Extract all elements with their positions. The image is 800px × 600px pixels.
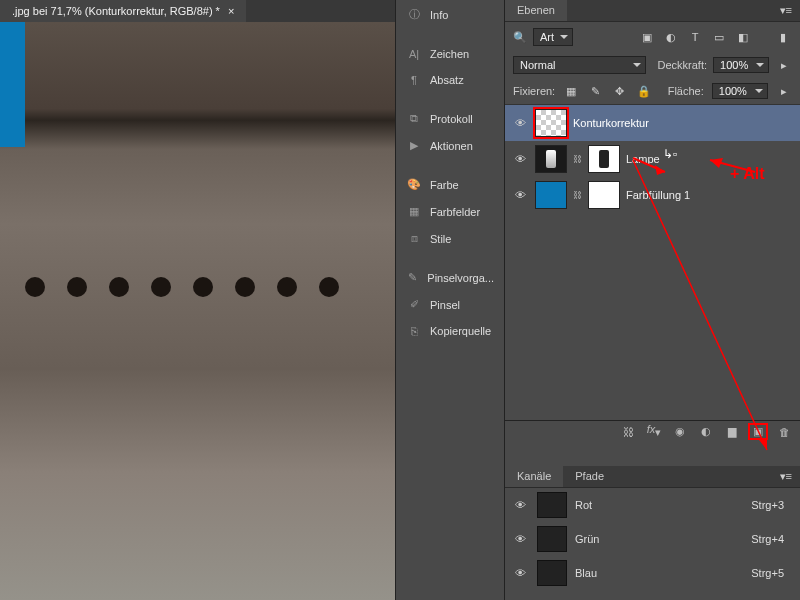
mask-thumb[interactable]: [588, 181, 620, 209]
channel-shortcut: Strg+3: [751, 499, 794, 511]
group-icon[interactable]: ▆: [724, 425, 740, 438]
filter-type-icon[interactable]: T: [686, 28, 704, 46]
adjustment-icon[interactable]: ◐: [698, 425, 714, 438]
close-icon[interactable]: ×: [228, 5, 234, 17]
fill-input[interactable]: 100%: [712, 83, 768, 99]
mask-thumb[interactable]: [588, 145, 620, 173]
tab-channels[interactable]: Kanäle: [505, 466, 563, 487]
link-layers-icon[interactable]: ⛓: [620, 426, 636, 438]
channels-panel: Kanäle Pfade ▾≡ 👁RotStrg+3👁GrünStrg+4👁Bl…: [505, 466, 800, 590]
channel-name: Grün: [575, 533, 599, 545]
channel-thumb[interactable]: [537, 492, 567, 518]
layer-thumb[interactable]: [535, 145, 567, 173]
layers-panel-tabs: Ebenen ▾≡: [505, 0, 800, 22]
blend-opacity-row: Normal Deckkraft: 100% ▸: [505, 52, 800, 78]
channel-thumb[interactable]: [537, 526, 567, 552]
panel-icon: ¶: [406, 74, 422, 86]
visibility-icon[interactable]: 👁: [511, 499, 529, 511]
channels-panel-tabs: Kanäle Pfade ▾≡: [505, 466, 800, 488]
panel-shortcut-pinsel[interactable]: ✐Pinsel: [396, 291, 504, 318]
fill-slider-icon[interactable]: ▸: [776, 82, 792, 100]
layer-name[interactable]: Lampe: [626, 153, 660, 165]
opacity-slider-icon[interactable]: ▸: [775, 56, 792, 74]
document-title: .jpg bei 71,7% (Konturkorrektur, RGB/8#)…: [12, 5, 220, 17]
tab-paths[interactable]: Pfade: [563, 466, 616, 487]
lock-move-icon[interactable]: ✥: [611, 82, 627, 100]
layer-thumb[interactable]: [535, 181, 567, 209]
layer-row[interactable]: 👁Konturkorrektur: [505, 105, 800, 141]
layer-name[interactable]: Farbfüllung 1: [626, 189, 690, 201]
layer-row[interactable]: 👁⛓Farbfüllung 1: [505, 177, 800, 213]
panel-shortcut-info[interactable]: ⓘInfo: [396, 0, 504, 29]
panel-menu-icon[interactable]: ▾≡: [772, 466, 800, 487]
channel-row[interactable]: 👁BlauStrg+5: [505, 556, 800, 590]
opacity-input[interactable]: 100%: [713, 57, 769, 73]
layers-list: 👁Konturkorrektur👁⛓Lampe👁⛓Farbfüllung 1: [505, 105, 800, 420]
panel-icon: ⧉: [406, 112, 422, 125]
filter-toggle-icon[interactable]: ▮: [774, 28, 792, 46]
layer-row[interactable]: 👁⛓Lampe: [505, 141, 800, 177]
panel-icon: ⧈: [406, 232, 422, 245]
panel-shortcut-farbfelder[interactable]: ▦Farbfelder: [396, 198, 504, 225]
filter-adjust-icon[interactable]: ◐: [662, 28, 680, 46]
panel-shortcut-aktionen[interactable]: ▶Aktionen: [396, 132, 504, 159]
layer-name[interactable]: Konturkorrektur: [573, 117, 649, 129]
panel-icon: ▶: [406, 139, 422, 152]
visibility-icon[interactable]: 👁: [511, 153, 529, 165]
panel-shortcut-farbe[interactable]: 🎨Farbe: [396, 171, 504, 198]
panel-icon: ⎘: [406, 325, 422, 337]
lock-transparent-icon[interactable]: ▦: [563, 82, 579, 100]
panel-icon: ▦: [406, 205, 422, 218]
filter-shape-icon[interactable]: ▭: [710, 28, 728, 46]
channel-shortcut: Strg+5: [751, 567, 794, 579]
panel-label: Stile: [430, 233, 451, 245]
fx-icon[interactable]: fx▾: [646, 423, 662, 439]
layer-thumb[interactable]: [535, 109, 567, 137]
new-layer-icon[interactable]: ▣: [750, 425, 766, 438]
filter-smart-icon[interactable]: ◧: [734, 28, 752, 46]
panel-shortcut-zeichen[interactable]: A|Zeichen: [396, 41, 504, 67]
canvas-viewport[interactable]: [0, 22, 395, 600]
canvas-image-detail: [0, 277, 395, 307]
visibility-icon[interactable]: 👁: [511, 117, 529, 129]
panel-icon: ✐: [406, 298, 422, 311]
layers-footer: ⛓ fx▾ ◉ ◐ ▆ ▣ 🗑: [505, 420, 800, 442]
panel-label: Farbfelder: [430, 206, 480, 218]
panel-label: Farbe: [430, 179, 459, 191]
panel-shortcut-absatz[interactable]: ¶Absatz: [396, 67, 504, 93]
document-tab[interactable]: .jpg bei 71,7% (Konturkorrektur, RGB/8#)…: [0, 0, 246, 22]
panel-label: Zeichen: [430, 48, 469, 60]
collapsed-panels-column: ⓘInfoA|Zeichen¶Absatz⧉Protokoll▶Aktionen…: [395, 0, 505, 600]
lock-fill-row: Fixieren: ▦ ✎ ✥ 🔒 Fläche: 100% ▸: [505, 78, 800, 105]
panel-shortcut-pinselvorga-[interactable]: ✎Pinselvorga...: [396, 264, 504, 291]
visibility-icon[interactable]: 👁: [511, 533, 529, 545]
delete-icon[interactable]: 🗑: [776, 426, 792, 438]
mask-icon[interactable]: ◉: [672, 425, 688, 438]
panel-icon: 🎨: [406, 178, 422, 191]
channel-row[interactable]: 👁GrünStrg+4: [505, 522, 800, 556]
panel-menu-icon[interactable]: ▾≡: [772, 0, 800, 21]
blend-mode-select[interactable]: Normal: [513, 56, 646, 74]
panel-icon: ✎: [406, 271, 419, 284]
layer-filter-select[interactable]: Art: [533, 28, 573, 46]
lock-paint-icon[interactable]: ✎: [587, 82, 603, 100]
panel-shortcut-kopierquelle[interactable]: ⎘Kopierquelle: [396, 318, 504, 344]
cursor-icon: ↳▫: [663, 147, 677, 161]
lock-all-icon[interactable]: 🔒: [636, 82, 652, 100]
panel-label: Absatz: [430, 74, 464, 86]
channel-name: Blau: [575, 567, 597, 579]
filter-image-icon[interactable]: ▣: [638, 28, 656, 46]
visibility-icon[interactable]: 👁: [511, 567, 529, 579]
layer-filter-row: 🔍 Art ▣ ◐ T ▭ ◧ ▮: [505, 22, 800, 52]
visibility-icon[interactable]: 👁: [511, 189, 529, 201]
channel-row[interactable]: 👁RotStrg+3: [505, 488, 800, 522]
panel-label: Pinsel: [430, 299, 460, 311]
tab-layers[interactable]: Ebenen: [505, 0, 567, 21]
channel-thumb[interactable]: [537, 560, 567, 586]
panel-shortcut-protokoll[interactable]: ⧉Protokoll: [396, 105, 504, 132]
opacity-label: Deckkraft:: [658, 59, 708, 71]
lock-label: Fixieren:: [513, 85, 555, 97]
panel-label: Kopierquelle: [430, 325, 491, 337]
panel-shortcut-stile[interactable]: ⧈Stile: [396, 225, 504, 252]
channel-name: Rot: [575, 499, 592, 511]
